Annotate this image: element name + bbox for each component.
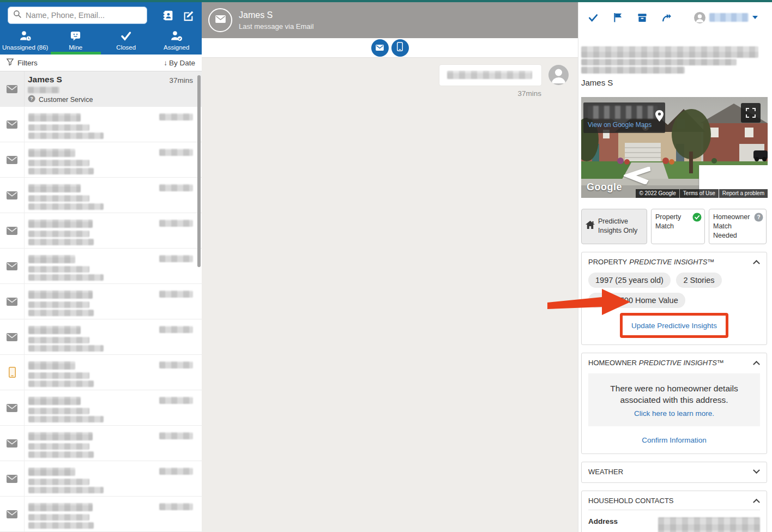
- sender-avatar: [548, 65, 569, 85]
- section-brand: PREDICTIVE INSIGHTS™: [629, 258, 714, 266]
- filters-button[interactable]: Filters: [7, 58, 38, 67]
- chip-stories: 2 Stories: [676, 273, 721, 288]
- google-logo: Google: [587, 182, 622, 193]
- tab-assigned[interactable]: Assigned: [152, 26, 202, 55]
- conversation-avatar: [208, 8, 232, 32]
- redacted-text: [159, 184, 193, 191]
- tab-closed[interactable]: Closed: [101, 26, 152, 55]
- redacted-text: [159, 149, 193, 156]
- forward-icon[interactable]: [662, 13, 672, 22]
- redacted-assignee-name: [709, 13, 749, 22]
- list-item[interactable]: [0, 461, 202, 497]
- tab-predictive-insights-only[interactable]: Predictive Insights Only: [581, 209, 647, 244]
- email-icon: [0, 461, 25, 496]
- tab-homeowner-match-needed[interactable]: Homeowner Match Needed ?: [709, 209, 767, 244]
- tab-label: Mine: [69, 44, 82, 51]
- street-view-image: View on Google Maps Google © 2022 Google: [581, 97, 768, 198]
- email-icon: [0, 213, 25, 248]
- redacted-text: [28, 132, 104, 139]
- redacted-text: [28, 326, 81, 334]
- email-icon: [0, 497, 25, 531]
- resolve-check-icon[interactable]: [588, 13, 598, 22]
- section-title: HOUSEHOLD CONTACTS: [588, 497, 674, 505]
- report-a-problem-link[interactable]: Report a problem: [719, 189, 768, 198]
- field-label-address: Address: [588, 517, 658, 525]
- app-window: Unassigned (86) Mine Closed: [0, 0, 772, 532]
- redacted-text: [159, 255, 193, 262]
- match-status-tabs: Predictive Insights Only Property Match …: [581, 209, 767, 244]
- section-brand: PREDICTIVE INSIGHTS™: [639, 359, 724, 367]
- redacted-text: [159, 503, 193, 510]
- inbox-sidebar: Unassigned (86) Mine Closed: [0, 2, 202, 532]
- list-item[interactable]: [0, 390, 202, 426]
- search-box[interactable]: [8, 7, 147, 24]
- conversation-item-selected[interactable]: James S 37mins ? Customer Service: [0, 71, 202, 107]
- email-icon: [0, 319, 25, 354]
- list-item[interactable]: [0, 284, 202, 319]
- tab-mine[interactable]: Mine: [51, 26, 101, 55]
- redacted-text: [28, 310, 94, 316]
- search-input[interactable]: [26, 11, 142, 20]
- list-item[interactable]: [0, 178, 202, 213]
- email-icon: [0, 178, 25, 213]
- tab-property-match[interactable]: Property Match: [651, 209, 705, 244]
- fullscreen-icon[interactable]: [741, 103, 761, 123]
- redacted-text: [159, 291, 193, 298]
- section-title: HOMEOWNER: [588, 359, 637, 367]
- tab-unassigned[interactable]: Unassigned (86): [0, 26, 51, 55]
- redacted-message-text: [447, 71, 532, 79]
- chevron-up-icon: [753, 260, 760, 267]
- property-insights-header[interactable]: PROPERTY PREDICTIVE INSIGHTS™: [588, 258, 760, 266]
- redacted-text: [28, 220, 93, 228]
- redacted-address-line: [581, 46, 758, 58]
- list-item[interactable]: [0, 213, 202, 249]
- street-view-left-arrow[interactable]: [624, 167, 652, 186]
- sort-by-date[interactable]: ↓ By Date: [164, 59, 195, 67]
- compose-icon[interactable]: [182, 9, 194, 21]
- list-item[interactable]: [0, 249, 202, 284]
- terms-of-use-link[interactable]: Terms of Use: [680, 189, 719, 198]
- map-pin-icon: [655, 110, 664, 124]
- email-channel-button[interactable]: [371, 39, 389, 57]
- arrow-down-icon: ↓: [164, 59, 167, 67]
- list-item[interactable]: [0, 355, 202, 390]
- redacted-text: [28, 195, 89, 202]
- empty-state-text: There were no homeowner details: [594, 383, 755, 395]
- sort-label: By Date: [169, 59, 195, 67]
- list-item[interactable]: [0, 426, 202, 461]
- filters-label: Filters: [17, 59, 38, 67]
- confirm-information-link[interactable]: Confirm Information: [642, 436, 707, 444]
- redacted-text: [28, 255, 75, 263]
- homeowner-insights-header[interactable]: HOMEOWNER PREDICTIVE INSIGHTS™: [588, 359, 760, 367]
- redacted-text: [28, 345, 104, 352]
- list-item[interactable]: [0, 497, 202, 532]
- archive-icon[interactable]: [637, 13, 647, 22]
- phone-channel-button[interactable]: [391, 39, 409, 57]
- list-item[interactable]: [0, 142, 202, 178]
- user-assigned-icon: [170, 31, 183, 43]
- homeowner-insights-card: HOMEOWNER PREDICTIVE INSIGHTS™ There wer…: [581, 353, 767, 454]
- list-item[interactable]: [0, 319, 202, 355]
- redacted-text: [28, 522, 94, 529]
- flag-icon[interactable]: [613, 13, 623, 22]
- update-predictive-insights-link[interactable]: Update Predictive Insights: [631, 322, 717, 330]
- contact-details-panel: James S: [578, 2, 772, 532]
- redacted-text: [28, 124, 89, 131]
- list-item[interactable]: [0, 107, 202, 142]
- redacted-text: [28, 408, 89, 414]
- redacted-text: [28, 337, 89, 343]
- redacted-text: [28, 149, 75, 157]
- assignee-selector[interactable]: [694, 12, 758, 23]
- redacted-address-line: [581, 59, 737, 65]
- view-on-google-maps-link[interactable]: View on Google Maps: [588, 121, 661, 129]
- inbox-tabs: Unassigned (86) Mine Closed: [0, 26, 202, 55]
- learn-more-link[interactable]: Click here to learn more.: [634, 409, 714, 418]
- weather-header[interactable]: WEATHER: [588, 468, 760, 476]
- contacts-book-icon[interactable]: [162, 9, 174, 21]
- chevron-down-icon: [753, 467, 760, 474]
- scrollbar-thumb[interactable]: [197, 75, 201, 267]
- section-title: WEATHER: [588, 468, 623, 476]
- email-icon: [0, 71, 25, 106]
- channel-action-bar: [202, 38, 578, 58]
- household-contacts-header[interactable]: HOUSEHOLD CONTACTS: [588, 497, 760, 510]
